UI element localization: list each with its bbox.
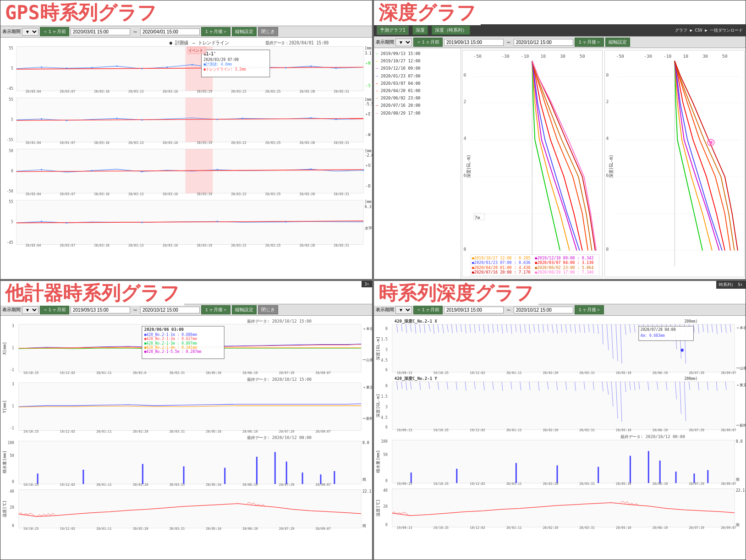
svg-text:20/09:07: 20/09:07 <box>315 527 331 531</box>
svg-rect-237 <box>302 472 303 484</box>
end-date-input[interactable] <box>140 28 200 35</box>
svg-text:1.5: 1.5 <box>381 394 388 399</box>
svg-text:20/01:11: 20/01:11 <box>506 371 522 375</box>
svg-text:3.1: 3.1 <box>365 50 371 55</box>
period-select[interactable]: ▼ <box>22 28 38 36</box>
close-btn[interactable]: 閉じき <box>258 305 278 314</box>
svg-text:深度(GL-m): 深度(GL-m) <box>608 154 613 178</box>
depth-panel: 深度グラフ 予測グラフ1 深度 深度（時系列） グラフ ▶ CSV ▶ 一括ダウ… <box>373 0 746 280</box>
next-month-btn[interactable]: １ヶ月後＞ <box>575 38 604 47</box>
svg-text:[mm]: [mm] <box>365 46 372 50</box>
svg-text:20/03:31: 20/03:31 <box>170 527 185 531</box>
svg-text:20/09:07: 20/09:07 <box>721 482 736 486</box>
prev-month-btn[interactable]: ＜１ヶ月前 <box>413 305 443 314</box>
svg-text:19/09:13: 19/09:13 <box>397 371 412 375</box>
svg-point-87 <box>217 169 218 170</box>
period-label: 表示期間 <box>376 307 394 313</box>
svg-text:19/12:02: 19/12:02 <box>470 428 485 432</box>
period-select[interactable]: ▼ <box>395 306 412 314</box>
depth-btn[interactable]: 深度 <box>412 26 428 35</box>
svg-text:温度[℃]: 温度[℃] <box>2 500 7 517</box>
svg-text:最終データ：2020/04/01 15:00: 最終データ：2020/04/01 15:00 <box>265 40 329 45</box>
start-date-input[interactable] <box>444 307 504 313</box>
timeseries-depth-panel: 時系列深度グラフ 時系列） S↑ 表示期間 ▼ ＜１ヶ月前 ～ １ヶ月後＞ 42… <box>373 280 746 560</box>
next-month-btn[interactable]: １ヶ月後＞ <box>575 305 604 314</box>
start-date-input[interactable] <box>71 307 130 313</box>
prev-month-btn[interactable]: ＜１ヶ月前 <box>413 38 443 47</box>
svg-text:55: 55 <box>9 97 13 101</box>
svg-rect-232 <box>183 467 185 484</box>
svg-text:20/06:19: 20/06:19 <box>653 371 668 375</box>
svg-text:20/05:10: 20/05:10 <box>616 482 631 486</box>
svg-text:20/01:11: 20/01:11 <box>96 527 112 531</box>
svg-rect-230 <box>82 470 84 484</box>
svg-point-355 <box>680 348 684 352</box>
svg-point-58 <box>141 119 143 121</box>
period-select[interactable]: ▼ <box>22 306 38 314</box>
svg-text:20/02:20: 20/02:20 <box>543 482 559 486</box>
svg-text:20/03:25: 20/03:25 <box>265 89 281 93</box>
svg-text:20/05:10: 20/05:10 <box>206 429 221 433</box>
svg-rect-447 <box>659 461 661 483</box>
svg-text:●トレンドライン: 3.2mm: ●トレンドライン: 3.2mm <box>203 67 246 71</box>
depth-title: 深度グラフ <box>374 0 481 25</box>
svg-point-20 <box>166 66 168 68</box>
svg-point-88 <box>310 169 312 170</box>
svg-text:19/12:02: 19/12:02 <box>470 371 485 375</box>
svg-text:深度[GL-m]: 深度[GL-m] <box>375 394 380 417</box>
svg-text:4: 4 <box>606 136 609 141</box>
svg-text:20/02:20: 20/02:20 <box>133 483 148 487</box>
svg-text:20/01:11: 20/01:11 <box>506 428 522 432</box>
svg-text:20/01:11: 20/01:11 <box>506 526 522 530</box>
svg-text:-5.5: -5.5 <box>365 102 372 106</box>
svg-text:40: 40 <box>10 489 14 494</box>
start-date-input[interactable] <box>71 28 130 35</box>
svg-text:[mm]: [mm] <box>365 97 372 101</box>
next-month-btn[interactable]: １ヶ月後＞ <box>201 27 230 36</box>
prev-month-btn[interactable]: ＜１ヶ月前 <box>40 27 69 36</box>
svg-text:ー新幹線側: ー新幹線側 <box>362 416 372 421</box>
svg-text:19/09:13: 19/09:13 <box>397 482 412 486</box>
period-select[interactable]: ▼ <box>395 38 412 46</box>
svg-text:20/03:31: 20/03:31 <box>170 371 185 375</box>
other-panel: 他計器時系列グラフ 3↑ 表示期間 ▼ ＜１ヶ月前 ～ １ヶ月後＞ 縦軸設定 閉… <box>0 280 373 560</box>
predict-graph-btn[interactable]: 予測グラフ1 <box>377 26 409 35</box>
axis-btn[interactable]: 縦軸設定 <box>232 305 257 314</box>
end-date-input[interactable] <box>140 307 200 313</box>
end-date-input[interactable] <box>514 307 573 313</box>
svg-text:●2020/01/23 07:00 : 0.636: ●2020/01/23 07:00 : 0.636 <box>472 261 531 265</box>
svg-rect-249 <box>19 490 361 528</box>
next-month-btn[interactable]: １ヶ月後＞ <box>201 305 230 314</box>
svg-text:20/09:07: 20/09:07 <box>721 371 736 375</box>
svg-text:Y[mm]: Y[mm] <box>2 400 7 413</box>
axis-setting-btn[interactable]: 縦軸設定 <box>232 27 257 36</box>
svg-text:20/03:22: 20/03:22 <box>231 89 247 93</box>
svg-text:＋東京側: ＋東京側 <box>362 384 372 389</box>
svg-text:-1: -1 <box>10 426 14 430</box>
svg-text:20/03:07: 20/03:07 <box>60 89 76 93</box>
prev-month-btn[interactable]: ＜１ヶ月前 <box>40 305 69 314</box>
depth-series-btn[interactable]: 深度（時系列） <box>432 26 470 35</box>
svg-text:3: 3 <box>12 324 14 328</box>
svg-text:3: 3 <box>12 382 14 386</box>
svg-text:20/06:19: 20/06:19 <box>242 527 258 531</box>
svg-rect-445 <box>630 456 631 483</box>
svg-text:20/09:07: 20/09:07 <box>315 429 331 433</box>
period-label: 表示期間 <box>2 28 21 35</box>
svg-text:420_深度C_No.2-1 X: 420_深度C_No.2-1 X <box>395 318 437 323</box>
svg-text:20/03:31: 20/03:31 <box>579 526 595 530</box>
svg-text:8: 8 <box>463 247 466 252</box>
close-btn[interactable]: 閉じき <box>258 27 278 36</box>
svg-text:20/06:19: 20/06:19 <box>242 429 258 433</box>
svg-point-19 <box>141 68 143 69</box>
svg-text:-10: -10 <box>663 54 671 59</box>
svg-text:20/01:11: 20/01:11 <box>96 483 112 487</box>
axis-setting-btn[interactable]: 縦軸設定 <box>605 38 630 47</box>
svg-text:1: 1 <box>12 404 14 408</box>
end-date-input[interactable] <box>514 39 573 46</box>
svg-rect-443 <box>557 466 558 483</box>
tilde: ～ <box>132 306 139 314</box>
svg-text:19/12:02: 19/12:02 <box>60 429 76 433</box>
svg-text:●2020/03/07 04:00 : 3.130: ●2020/03/07 04:00 : 3.130 <box>535 261 593 265</box>
start-date-input[interactable] <box>444 39 504 46</box>
